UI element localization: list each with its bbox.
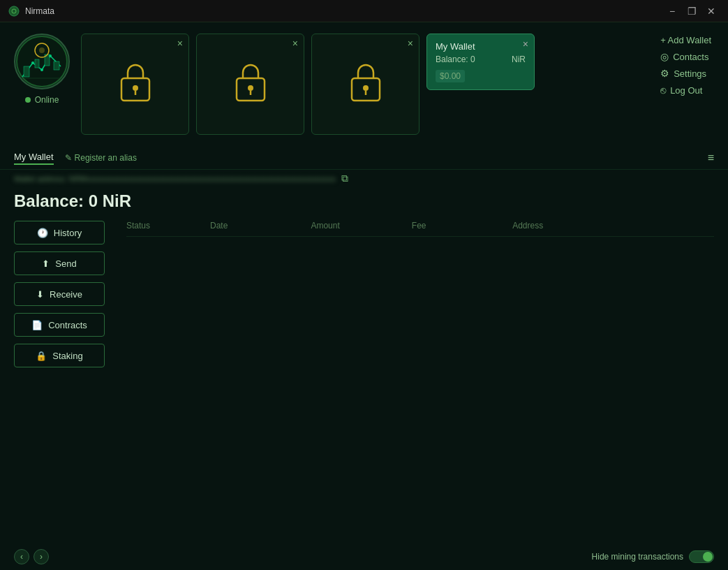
history-icon: 🕐 <box>37 228 48 238</box>
col-date: Date <box>210 221 311 231</box>
prev-page-button[interactable]: ‹ <box>14 549 29 564</box>
top-section: Online × × <box>0 22 728 146</box>
svg-point-14 <box>31 61 34 64</box>
send-label: Send <box>55 258 76 269</box>
logo-svg <box>15 35 68 88</box>
history-button[interactable]: 🕐 History <box>14 221 105 244</box>
register-alias-link[interactable]: ✎ Register an alias <box>65 153 137 163</box>
svg-point-24 <box>363 85 369 91</box>
contracts-icon: 📄 <box>31 320 43 330</box>
receive-icon: ⬇ <box>36 289 44 300</box>
hide-mining-toggle[interactable] <box>689 550 714 563</box>
svg-point-15 <box>40 68 43 71</box>
wallet-card-1-close[interactable]: × <box>177 38 183 48</box>
add-wallet-button[interactable]: + Add Wallet <box>658 34 714 47</box>
table-header: Status Date Amount Fee Address <box>126 218 714 237</box>
active-wallet-currency: NiR <box>512 54 526 64</box>
table-body <box>126 237 714 446</box>
send-icon: ⬆ <box>42 258 50 269</box>
bottom-bar: ‹ › Hide mining transactions <box>0 543 728 570</box>
wallet-card-1[interactable]: × <box>81 34 189 135</box>
lock-icon-3 <box>345 59 387 110</box>
status-dot <box>25 97 31 103</box>
staking-button[interactable]: 🔒 Staking <box>14 344 105 367</box>
staking-icon: 🔒 <box>36 351 47 361</box>
wallet-address: Wallet address: NRMxxxxxxxxxxxxxxxxxxxxx… <box>14 175 336 183</box>
logout-label: Log Out <box>670 85 702 96</box>
active-wallet-balance-row: Balance: 0 NiR <box>436 54 526 64</box>
next-page-button[interactable]: › <box>34 549 49 564</box>
svg-point-16 <box>49 54 52 57</box>
filter-button[interactable]: ≡ <box>708 152 714 164</box>
contacts-button[interactable]: ◎ Contacts <box>658 50 711 64</box>
main-area: 🕐 History ⬆ Send ⬇ Receive 📄 Contracts 🔒… <box>0 218 728 543</box>
app-title: Nirmata <box>25 6 54 16</box>
svg-point-13 <box>39 48 45 53</box>
close-button[interactable]: ✕ <box>703 3 720 20</box>
table-area: Status Date Amount Fee Address <box>115 218 714 543</box>
wallet-info-bar: My Wallet ✎ Register an alias ≡ <box>0 146 728 170</box>
wallet-card-3[interactable]: × <box>311 34 419 135</box>
history-label: History <box>54 228 82 238</box>
wallet-card-2[interactable]: × <box>196 34 304 135</box>
col-address: Address <box>512 221 714 231</box>
active-wallet-usd: $0.00 <box>436 70 465 82</box>
send-button[interactable]: ⬆ Send <box>14 251 105 275</box>
hide-mining-label: Hide mining transactions <box>592 552 683 562</box>
app-logo-icon <box>8 6 20 17</box>
balance-value: Balance: 0 NiR <box>14 191 131 210</box>
wallet-cards-container: × × <box>81 34 714 135</box>
contacts-label: Contacts <box>673 52 708 62</box>
tab-my-wallet[interactable]: My Wallet <box>14 150 54 165</box>
contracts-button[interactable]: 📄 Contracts <box>14 313 105 337</box>
wallet-card-3-close[interactable]: × <box>408 38 413 48</box>
window-controls: − ❐ ✕ <box>664 3 720 20</box>
settings-button[interactable]: ⚙ Settings <box>658 66 709 80</box>
settings-icon: ⚙ <box>660 68 669 79</box>
svg-point-0 <box>9 6 19 16</box>
contacts-icon: ◎ <box>660 51 669 62</box>
address-row: Wallet address: NRMxxxxxxxxxxxxxxxxxxxxx… <box>0 170 728 187</box>
lock-icon-2 <box>230 59 272 110</box>
toggle-knob <box>703 552 713 562</box>
svg-rect-10 <box>54 61 59 70</box>
minimize-button[interactable]: − <box>664 3 681 20</box>
balance-display: Balance: 0 NiR <box>0 187 728 218</box>
col-amount: Amount <box>311 221 411 231</box>
contracts-label: Contracts <box>48 320 87 330</box>
active-wallet-close[interactable]: × <box>523 38 528 50</box>
wallet-card-2-close[interactable]: × <box>292 38 298 48</box>
active-wallet-title: My Wallet <box>436 41 526 52</box>
register-alias-label: Register an alias <box>75 153 137 163</box>
settings-label: Settings <box>674 68 706 79</box>
titlebar: Nirmata − ❐ ✕ <box>0 0 728 22</box>
copy-address-icon[interactable]: ⧉ <box>341 173 348 184</box>
hide-mining-row: Hide mining transactions <box>592 550 714 563</box>
app-body: Online × × <box>0 22 728 570</box>
status-row: Online <box>25 95 59 105</box>
receive-button[interactable]: ⬇ Receive <box>14 282 105 306</box>
pagination: ‹ › <box>14 549 49 564</box>
active-wallet-card[interactable]: × My Wallet Balance: 0 NiR $0.00 <box>426 34 535 90</box>
svg-point-21 <box>248 85 253 91</box>
receive-label: Receive <box>50 289 82 300</box>
restore-button[interactable]: ❐ <box>683 3 700 20</box>
wallet-tabs: My Wallet ✎ Register an alias <box>14 150 137 165</box>
status-text: Online <box>35 95 59 105</box>
pencil-icon: ✎ <box>65 153 72 163</box>
svg-rect-8 <box>35 59 39 68</box>
active-wallet-balance: Balance: 0 <box>436 54 475 64</box>
svg-rect-7 <box>24 66 29 77</box>
logout-icon: ⎋ <box>660 85 666 96</box>
logo-circle <box>14 34 70 89</box>
col-status: Status <box>126 221 210 231</box>
sidebar-buttons: 🕐 History ⬆ Send ⬇ Receive 📄 Contracts 🔒… <box>14 218 115 543</box>
lock-icon-1 <box>114 59 156 110</box>
staking-label: Staking <box>52 351 82 361</box>
logout-button[interactable]: ⎋ Log Out <box>658 83 705 97</box>
svg-point-18 <box>133 85 138 91</box>
right-nav: + Add Wallet ◎ Contacts ⚙ Settings ⎋ Log… <box>658 34 714 97</box>
col-fee: Fee <box>412 221 512 231</box>
titlebar-left: Nirmata <box>8 6 54 17</box>
